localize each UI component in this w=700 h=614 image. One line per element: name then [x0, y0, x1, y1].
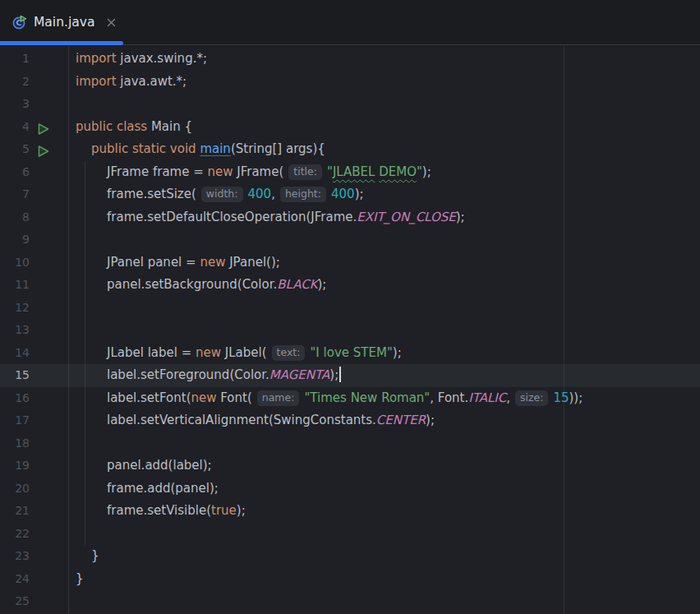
code-line[interactable]: 16label.setFont(new Font(name:"Times New… [0, 387, 700, 410]
code-token: public class [76, 119, 147, 134]
code-line[interactable]: 23} [0, 545, 700, 568]
line-number[interactable]: 2 [0, 71, 30, 94]
editor-gutter[interactable]: 19 [0, 455, 68, 478]
editor-gutter[interactable]: 3 [0, 93, 68, 116]
editor-gutter[interactable]: 22 [0, 523, 68, 546]
editor-gutter[interactable]: 24 [0, 568, 68, 591]
line-number[interactable]: 5 [0, 138, 30, 161]
code-token: 15 [553, 390, 569, 405]
code-token: (String[] args){ [231, 141, 325, 156]
editor-gutter[interactable]: 21 [0, 500, 68, 523]
parameter-inlay-hint: size: [515, 390, 548, 406]
editor-gutter[interactable]: 11 [0, 274, 68, 297]
code-token: frame.setDefaultCloseOperation(JFrame. [107, 210, 357, 224]
code-line[interactable]: 4public class Main { [0, 116, 700, 139]
editor-gutter[interactable]: 17 [0, 409, 68, 432]
line-number[interactable]: 23 [0, 545, 30, 568]
line-number[interactable]: 14 [0, 342, 30, 365]
code-token: javax.swing.*; [117, 51, 207, 66]
code-line[interactable]: 1import javax.swing.*; [0, 48, 700, 71]
line-number[interactable]: 16 [0, 387, 30, 410]
line-number[interactable]: 17 [0, 409, 30, 432]
code-token: , Font. [430, 390, 468, 405]
close-icon[interactable] [104, 16, 117, 29]
code-token: true [211, 503, 237, 518]
code-token: " [417, 164, 422, 179]
line-number[interactable]: 19 [0, 455, 30, 478]
run-gutter-icon[interactable] [37, 121, 50, 134]
code-line[interactable]: 2import java.awt.*; [0, 71, 700, 94]
editor-gutter[interactable]: 12 [0, 297, 68, 320]
line-number[interactable]: 11 [0, 274, 30, 297]
line-number[interactable]: 12 [0, 297, 30, 320]
code-line[interactable]: 15label.setForeground(Color.MAGENTA); [0, 364, 700, 387]
code-line[interactable]: 6JFrame frame = new JFrame(title:"JLABEL… [0, 161, 700, 184]
line-number[interactable]: 6 [0, 161, 30, 184]
line-number[interactable]: 21 [0, 500, 30, 523]
editor-gutter[interactable]: 13 [0, 319, 68, 342]
editor-gutter[interactable]: 16 [0, 387, 68, 410]
line-number[interactable]: 9 [0, 229, 30, 252]
code-line[interactable]: 5public static void main(String[] args){ [0, 138, 700, 161]
line-number[interactable]: 22 [0, 523, 30, 546]
code-token: 400 [248, 187, 272, 201]
code-token: JFrame frame = [107, 164, 208, 179]
tab-main-java[interactable]: C Main.java [0, 0, 123, 44]
editor-gutter[interactable]: 6 [0, 161, 68, 184]
code-token: ); [426, 413, 435, 427]
editor-gutter[interactable]: 15 [0, 364, 68, 387]
editor-gutter[interactable]: 20 [0, 478, 68, 501]
line-number[interactable]: 10 [0, 252, 30, 275]
editor-gutter[interactable]: 23 [0, 545, 68, 568]
run-gutter-icon[interactable] [37, 143, 50, 156]
editor-gutter[interactable]: 4 [0, 116, 68, 139]
code-text [68, 319, 107, 342]
editor-gutter[interactable]: 18 [0, 432, 68, 455]
code-line[interactable]: 18 [0, 432, 700, 455]
code-token: BLACK [277, 277, 317, 292]
code-token: new [196, 345, 221, 360]
code-token: " [327, 164, 333, 179]
editor-gutter[interactable]: 14 [0, 342, 68, 365]
code-editor[interactable]: 1import javax.swing.*;2import java.awt.*… [0, 46, 700, 614]
code-line[interactable]: 17label.setVerticalAlignment(SwingConsta… [0, 409, 700, 432]
code-token: JLabel( [221, 345, 267, 360]
parameter-inlay-hint: width: [201, 187, 243, 202]
line-number[interactable]: 20 [0, 478, 30, 501]
line-number[interactable]: 3 [0, 93, 30, 116]
code-line[interactable]: 13 [0, 319, 700, 342]
code-line[interactable]: 12 [0, 297, 700, 320]
editor-gutter[interactable]: 10 [0, 252, 68, 275]
editor-gutter[interactable]: 9 [0, 229, 68, 252]
line-number[interactable]: 7 [0, 183, 30, 206]
code-line[interactable]: 8frame.setDefaultCloseOperation(JFrame.E… [0, 206, 700, 229]
code-line[interactable]: 14JLabel label = new JLabel(text:"I love… [0, 342, 700, 365]
editor-gutter[interactable]: 1 [0, 48, 68, 71]
code-line[interactable]: 22 [0, 523, 700, 546]
code-line[interactable]: 10JPanel panel = new JPanel(); [0, 252, 700, 275]
code-line[interactable]: 9 [0, 229, 700, 252]
code-token: panel.add(label); [107, 458, 212, 473]
editor-gutter[interactable]: 2 [0, 71, 68, 94]
code-line[interactable]: 21frame.setVisible(true); [0, 500, 700, 523]
code-token: CENTER [376, 413, 426, 427]
editor-gutter[interactable]: 8 [0, 206, 68, 229]
editor-gutter[interactable]: 7 [0, 183, 68, 206]
line-number[interactable]: 13 [0, 319, 30, 342]
code-line[interactable]: 3 [0, 93, 700, 116]
line-number[interactable]: 8 [0, 206, 30, 229]
line-number[interactable]: 1 [0, 48, 30, 71]
editor-gutter[interactable]: 25 [0, 590, 68, 613]
line-number[interactable]: 15 [0, 364, 30, 387]
line-number[interactable]: 18 [0, 432, 30, 455]
editor-gutter[interactable]: 5 [0, 138, 68, 161]
code-line[interactable]: 24} [0, 568, 700, 591]
code-line[interactable]: 7frame.setSize(width:400,height:400); [0, 183, 700, 206]
code-line[interactable]: 25 [0, 590, 700, 613]
line-number[interactable]: 24 [0, 568, 30, 591]
line-number[interactable]: 25 [0, 590, 30, 613]
code-line[interactable]: 19panel.add(label); [0, 455, 700, 478]
line-number[interactable]: 4 [0, 116, 30, 139]
code-line[interactable]: 11panel.setBackground(Color.BLACK); [0, 274, 700, 297]
code-line[interactable]: 20frame.add(panel); [0, 478, 700, 501]
